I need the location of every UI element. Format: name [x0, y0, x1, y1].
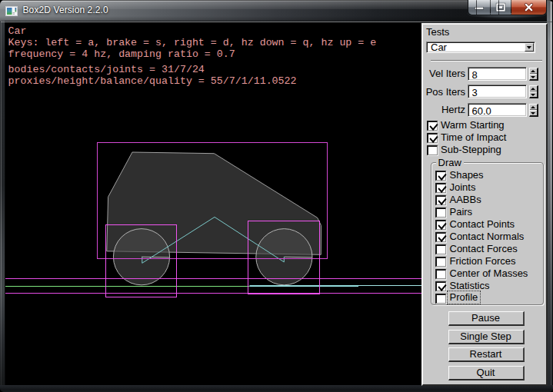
svg-text:Keys: left = a, brake = s, rig: Keys: left = a, brake = s, right = d, hz… — [8, 37, 377, 48]
svg-text:proxies/height/balance/quality: proxies/height/balance/quality = 55/7/1/… — [8, 75, 297, 87]
svg-text:bodies/contacts/joints = 31/7/: bodies/contacts/joints = 31/7/24 — [8, 64, 205, 75]
svg-text:frequency = 4 hz, damping rati: frequency = 4 hz, damping ratio = 0.7 — [8, 48, 235, 60]
svg-text:Car: Car — [8, 25, 27, 37]
